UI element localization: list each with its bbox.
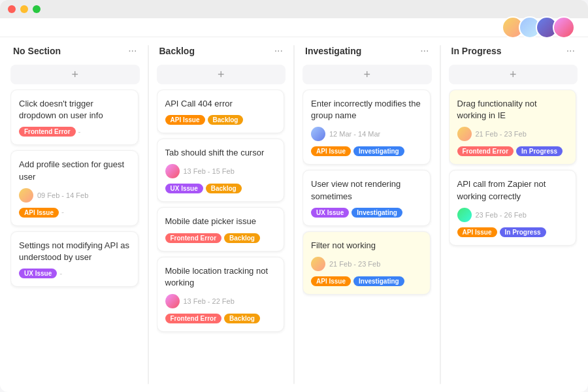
add-card-button-no-section[interactable]: +	[10, 65, 140, 84]
tag-dash: -	[78, 127, 81, 137]
card-title: Settings not modifying API as understood…	[19, 240, 130, 263]
tag-backlog: Backlog	[224, 314, 260, 323]
tag-dash: -	[59, 269, 62, 278]
card-meta: 23 Feb - 26 Feb	[457, 208, 568, 222]
tag-ux: UX Issue	[19, 269, 57, 278]
column-no-section: No Section···+Click doesn't trigger drop…	[10, 45, 140, 384]
column-divider	[293, 45, 295, 384]
add-card-button-backlog[interactable]: +	[157, 65, 286, 84]
card[interactable]: Tab should shift the cursor13 Feb - 15 F…	[157, 139, 285, 202]
card[interactable]: Mobile date picker issueFrontend ErrorBa…	[157, 207, 285, 251]
card-title: Enter incorrectly modifies the group nam…	[311, 98, 422, 122]
card-title: Mobile date picker issue	[165, 216, 276, 227]
card-tags: UX IssueBacklog	[165, 184, 276, 193]
card-title: Add profile section for guest user	[19, 159, 130, 182]
card-title: API Call 404 error	[165, 98, 276, 110]
card[interactable]: API Call 404 errorAPI IssueBacklog	[157, 90, 285, 133]
card-date: 23 Feb - 26 Feb	[476, 211, 527, 219]
card-tags: Frontend Error-	[19, 127, 130, 137]
card-date: 21 Feb - 23 Feb	[476, 130, 527, 138]
card-meta: 12 Mar - 14 Mar	[311, 127, 422, 141]
column-divider	[440, 45, 441, 384]
card-date: 12 Mar - 14 Mar	[329, 130, 380, 138]
card-date: 13 Feb - 15 Feb	[184, 167, 235, 175]
tag-frontend: Frontend Error	[165, 233, 222, 243]
column-menu-in-progress[interactable]: ···	[566, 45, 575, 57]
card-tags: UX IssueInvestigating	[311, 208, 422, 218]
card-date: 09 Feb - 14 Feb	[37, 191, 88, 199]
app-container: No Section···+Click doesn't trigger drop…	[0, 18, 588, 392]
column-menu-investigating[interactable]: ···	[420, 45, 429, 57]
tag-backlog: Backlog	[224, 233, 260, 243]
card-meta: 21 Feb - 23 Feb	[457, 127, 568, 141]
card-tags: API Issue-	[19, 208, 130, 218]
card[interactable]: Click doesn't trigger dropdown on user i…	[10, 90, 139, 145]
column-header-investigating: Investigating···	[302, 45, 432, 59]
card-tags: UX Issue-	[19, 269, 130, 278]
card-date: 21 Feb - 23 Feb	[329, 260, 380, 268]
card-avatar	[311, 127, 325, 141]
card-title: Drag functionality not working in IE	[457, 98, 568, 122]
column-scroll-investigating: Enter incorrectly modifies the group nam…	[302, 90, 432, 384]
window-chrome	[0, 0, 588, 18]
tag-in-progress: In Progress	[516, 146, 563, 156]
card-date: 13 Feb - 22 Feb	[184, 297, 235, 305]
tag-ux: UX Issue	[311, 208, 349, 218]
tag-investigating: Investigating	[353, 276, 404, 286]
card-avatar	[165, 294, 180, 308]
card-meta: 13 Feb - 15 Feb	[165, 164, 276, 178]
tag-api: API Issue	[311, 146, 351, 156]
card[interactable]: Settings not modifying API as understood…	[10, 231, 139, 287]
card[interactable]: API call from Zapier not working correct…	[449, 170, 577, 245]
card-tags: Frontend ErrorIn Progress	[457, 146, 568, 156]
column-title-backlog: Backlog	[159, 46, 195, 56]
card-title: Tab should shift the cursor	[165, 147, 276, 159]
card[interactable]: Mobile location tracking not working13 F…	[157, 257, 285, 332]
tag-frontend: Frontend Error	[457, 146, 514, 156]
card-avatar	[19, 188, 33, 203]
card-avatar	[311, 257, 325, 271]
card-tags: API IssueInvestigating	[311, 276, 422, 286]
add-card-button-in-progress[interactable]: +	[449, 65, 578, 84]
card-tags: Frontend ErrorBacklog	[165, 314, 276, 323]
card-avatar	[457, 208, 472, 222]
column-scroll-backlog: API Call 404 errorAPI IssueBacklogTab sh…	[157, 90, 286, 384]
column-in-progress: In Progress···+Drag functionality not wo…	[449, 45, 578, 384]
card-tags: API IssueInvestigating	[311, 146, 422, 156]
maximize-dot[interactable]	[33, 5, 41, 13]
card-avatar	[457, 127, 472, 141]
card-title: User view not rendering sometimes	[311, 178, 422, 202]
tag-dash: -	[61, 208, 64, 217]
column-backlog: Backlog···+API Call 404 errorAPI IssueBa…	[157, 45, 286, 384]
close-dot[interactable]	[8, 5, 16, 13]
card[interactable]: Enter incorrectly modifies the group nam…	[302, 90, 431, 165]
card-meta: 13 Feb - 22 Feb	[165, 294, 276, 308]
card-tags: API IssueBacklog	[165, 115, 276, 125]
card-meta: 09 Feb - 14 Feb	[19, 188, 130, 203]
card[interactable]: User view not rendering sometimesUX Issu…	[302, 170, 431, 225]
card-title: API call from Zapier not working correct…	[457, 178, 568, 202]
tag-api: API Issue	[457, 227, 497, 237]
column-scroll-in-progress: Drag functionality not working in IE21 F…	[449, 90, 578, 384]
column-title-investigating: Investigating	[305, 46, 361, 56]
tag-in-progress: In Progress	[500, 227, 546, 237]
card[interactable]: Add profile section for guest user09 Feb…	[10, 150, 139, 225]
tag-api: API Issue	[19, 208, 59, 218]
tag-ux: UX Issue	[165, 184, 203, 193]
column-header-in-progress: In Progress···	[449, 45, 578, 59]
card-title: Mobile location tracking not working	[165, 265, 276, 289]
column-menu-no-section[interactable]: ···	[128, 45, 137, 57]
minimize-dot[interactable]	[20, 5, 28, 13]
tag-investigating: Investigating	[353, 146, 404, 156]
card[interactable]: Drag functionality not working in IE21 F…	[449, 90, 577, 165]
column-menu-backlog[interactable]: ···	[274, 45, 283, 57]
tag-api: API Issue	[311, 276, 351, 286]
tag-backlog: Backlog	[206, 184, 242, 193]
tag-frontend: Frontend Error	[19, 127, 76, 137]
column-title-no-section: No Section	[13, 46, 61, 56]
header	[0, 18, 588, 37]
avatar-group	[502, 16, 575, 39]
column-title-in-progress: In Progress	[451, 46, 502, 56]
add-card-button-investigating[interactable]: +	[302, 65, 432, 84]
card[interactable]: Filter not working21 Feb - 23 FebAPI Iss…	[302, 231, 431, 295]
